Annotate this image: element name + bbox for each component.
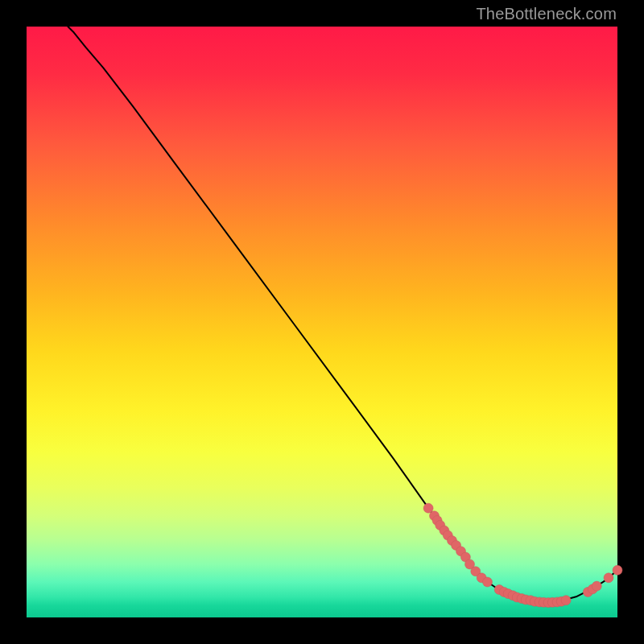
chart-svg — [27, 27, 617, 617]
curve-marker — [592, 581, 601, 591]
bottleneck-curve — [68, 27, 617, 603]
curve-marker — [604, 573, 613, 583]
chart-frame: TheBottleneck.com — [0, 0, 644, 644]
curve-marker — [423, 503, 433, 513]
watermark-text: TheBottleneck.com — [476, 5, 617, 23]
curve-marker — [561, 596, 571, 605]
plot-area — [27, 27, 617, 617]
curve-marker — [613, 565, 622, 575]
curve-marker — [483, 577, 493, 587]
curve-markers — [423, 503, 622, 607]
